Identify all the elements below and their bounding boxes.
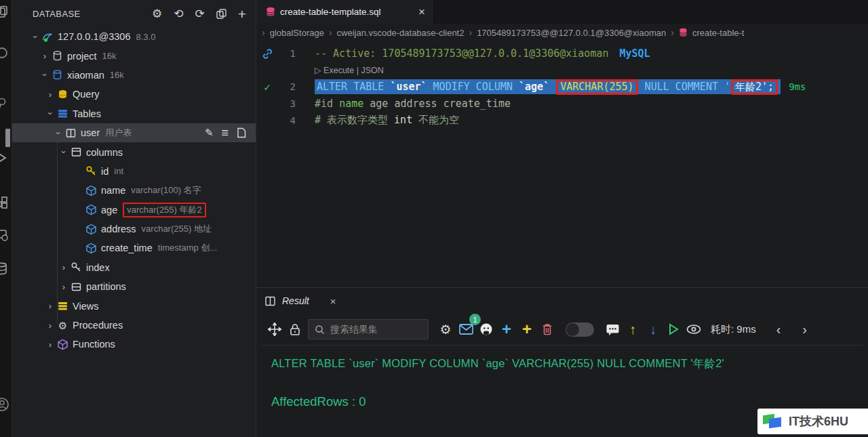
database-active-icon [52,69,63,81]
tree-item-column-name[interactable]: name varchar(100) 名字 [12,181,256,200]
comment-icon[interactable] [602,319,623,339]
chevron-right-icon[interactable]: › [58,262,69,272]
breadcrumb[interactable]: › globalStorage › cweijan.vscode-databas… [256,24,868,41]
prev-page-icon[interactable]: ‹ [766,322,792,337]
tree-item-functions[interactable]: › Functions [12,335,256,354]
eye-icon[interactable] [684,319,704,339]
tree-item-table-user[interactable]: › user 用户表 ✎ ≡ [12,123,256,142]
column-cube-icon [85,204,97,215]
code-editor[interactable]: 1 -- Active: 1705489173753@@127.0.0.1@33… [256,41,868,129]
line-number: 4 [278,115,296,126]
database-icon[interactable] [0,262,9,276]
next-page-icon[interactable]: › [791,322,818,337]
result-toolbar: ⚙ 1 + + ↑ ↓ 耗时: 9ms ‹ › [256,314,868,345]
chevron-down-icon[interactable]: › [59,147,69,158]
tree-item-column-age[interactable]: age varchar(255) 年龄2 [12,201,256,220]
menu-icon[interactable]: ≡ [221,126,229,140]
new-file-icon[interactable] [237,127,246,138]
chevron-down-icon[interactable]: › [45,108,56,119]
search-input[interactable] [330,324,422,335]
affected-rows-text: AffectedRows : 0 [271,394,853,409]
views-icon [57,300,68,312]
tab-title: create-table-template.sql [280,7,381,17]
export-up-icon[interactable]: ↑ [623,319,643,339]
chevron-right-icon[interactable]: › [39,51,50,61]
lock-icon[interactable] [285,319,305,339]
settings-gear-icon[interactable]: ⚙ [435,319,456,339]
search-icon[interactable] [0,46,9,61]
comment-error-box: 年龄2'; [731,79,778,95]
dialect-label[interactable]: MySQL [619,47,650,60]
move-icon[interactable] [264,319,285,339]
remote-icon[interactable] [0,228,9,243]
tree-item-db-project[interactable]: › project 16k [12,46,256,65]
add-row-icon[interactable]: + [496,319,517,339]
copy-icon[interactable] [216,9,226,19]
tree-item-column-create-time[interactable]: create_time timestamp 创... [12,238,256,257]
tab-result[interactable]: Result × [256,288,345,314]
chevron-right-icon: › [671,27,674,38]
breadcrumb-item[interactable]: cweijan.vscode-database-client2 [337,28,465,38]
tab-create-table-template[interactable]: create-table-template.sql × [256,0,434,24]
database-tree: › 127.0.0.1@3306 8.3.0 › project 16k › x… [12,27,256,354]
sidebar-header: DATABASE ⚙ ⟲ ⟳ + [12,0,256,27]
tree-item-procedures[interactable]: › ⚙ Procedures [12,316,256,335]
chevron-down-icon[interactable]: › [31,31,41,42]
tree-item-columns[interactable]: › columns [12,142,256,161]
tree-item-index[interactable]: › index [12,258,256,277]
chevron-right-icon[interactable]: › [45,89,56,100]
watermark-text: IT技术6HU [789,413,848,430]
mail-icon[interactable]: 1 [456,319,476,339]
tree-item-column-id[interactable]: id int [12,162,256,181]
trash-icon[interactable] [537,319,557,339]
files-icon[interactable] [0,5,9,20]
watermark-logo-icon [763,413,783,430]
chevron-right-icon[interactable]: › [45,339,56,350]
chevron-right-icon[interactable]: › [45,320,56,331]
refresh-icon[interactable]: ⟳ [195,8,204,20]
index-key-icon [71,262,82,273]
chevron-down-icon[interactable]: › [54,127,64,138]
history-icon[interactable]: ⟲ [174,8,183,20]
link-icon[interactable] [256,48,278,60]
execution-time: 9ms [789,81,806,92]
breadcrumb-item[interactable]: create-table-t [692,28,745,38]
tree-item-partitions[interactable]: › partitions [12,277,256,296]
result-search[interactable] [308,319,429,339]
tables-icon [57,108,68,119]
account-icon[interactable] [0,396,9,411]
close-icon[interactable]: × [330,295,336,307]
tree-item-tables[interactable]: › Tables [12,104,256,123]
tree-item-column-address[interactable]: address varchar(255) 地址 [12,220,256,238]
extensions-icon[interactable] [0,195,9,210]
activity-bar [0,0,12,437]
execute-play-icon[interactable]: ▷ [315,66,321,75]
database-sidebar: DATABASE ⚙ ⟲ ⟳ + › 127.0.0.1@3306 8.3.0 … [12,0,256,437]
toggle-switch[interactable] [566,322,594,337]
chevron-down-icon[interactable]: › [40,70,50,81]
add-connection-icon[interactable]: + [238,7,246,21]
import-down-icon[interactable]: ↓ [643,319,663,339]
edit-pencil-icon[interactable]: ✎ [205,127,214,139]
tree-item-db-xiaoman[interactable]: › xiaoman 16k [12,66,256,85]
tree-item-connection[interactable]: › 127.0.0.1@3306 8.3.0 [12,27,256,46]
result-table-icon [264,295,276,307]
breadcrumb-item[interactable]: globalStorage [270,28,324,38]
run-icon[interactable] [0,150,9,165]
primary-key-icon [85,165,97,177]
tree-item-query[interactable]: › Query [12,85,256,104]
breadcrumb-item[interactable]: 1705489173753@@127.0.0.1@3306@xiaoman [477,28,666,38]
tab-close-icon[interactable]: × [418,5,425,19]
settings-gear-icon[interactable]: ⚙ [152,8,162,20]
chevron-right-icon[interactable]: › [58,282,69,292]
tree-item-views[interactable]: › Views [12,296,256,315]
codelens-actions[interactable]: Execute | JSON [323,66,384,75]
chevron-right-icon[interactable]: › [45,301,56,311]
codelens-row: ▷ Execute | JSON [256,62,868,79]
run-sql-icon[interactable] [663,319,684,339]
activity-grip [5,129,10,147]
key-icon[interactable] [0,96,9,111]
add-column-icon[interactable]: + [517,319,537,339]
chevron-right-icon: › [262,27,265,38]
active-connection-comment: -- Active: 1705489173753@@127.0.0.1@3306… [315,47,608,60]
